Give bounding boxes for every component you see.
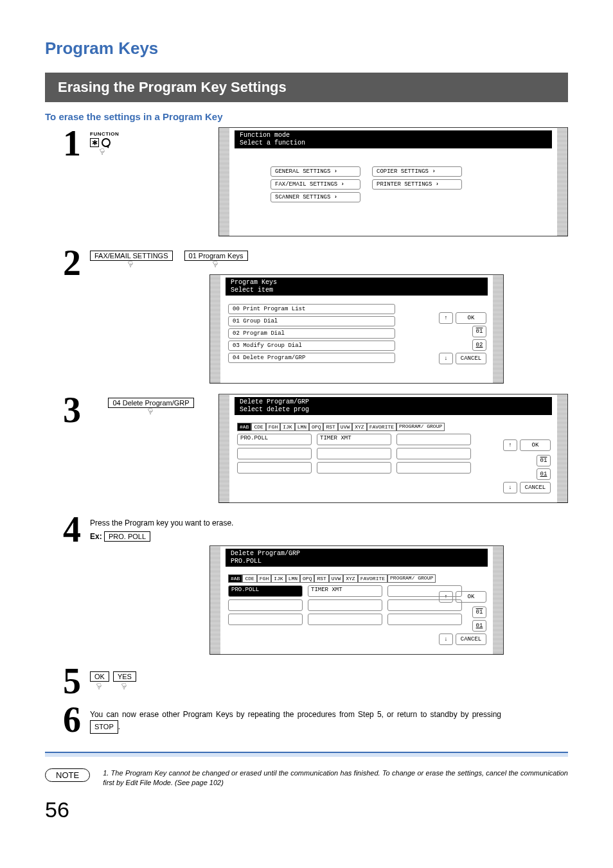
step-number-2: 2 <box>45 247 90 279</box>
program-slot-empty[interactable] <box>228 614 303 625</box>
scroll-controls: ↑ OK 01 01 ↓ CANCEL <box>503 439 551 495</box>
tab-favorite[interactable]: FAVORITE <box>358 574 387 583</box>
tab-cde[interactable]: CDE <box>242 574 256 583</box>
step-number-5: 5 <box>45 665 90 697</box>
tab-fgh[interactable]: FGH <box>257 574 271 583</box>
example-prefix: Ex: <box>90 532 102 541</box>
printer-settings-button[interactable]: PRINTER SETTINGS <box>372 179 462 190</box>
page-number: 56 <box>45 797 568 822</box>
tab-lmn[interactable]: LMN <box>295 423 309 431</box>
note-label: NOTE <box>45 768 90 782</box>
step-number-4: 4 <box>45 513 90 545</box>
program-slot-pro-poll[interactable]: PRO.POLL <box>237 434 312 445</box>
list-item[interactable]: 04 Delete Program/GRP <box>228 353 395 363</box>
list-item[interactable]: 01 Group Dial <box>228 316 395 326</box>
page-indicator: 01 <box>537 468 551 480</box>
ok-button[interactable]: OK <box>520 439 551 451</box>
program-slot-empty[interactable] <box>237 448 312 459</box>
alpha-tab-row: #AB CDE FGH IJK LMN OPQ RST UVW XYZ FAVO… <box>237 423 549 431</box>
tab-rst[interactable]: RST <box>314 574 328 583</box>
lcd-title: Delete Program/GRP Select delete prog <box>235 397 552 415</box>
sub-heading: To erase the settings in a Program Key <box>45 111 568 122</box>
scroll-down-icon[interactable]: ↓ <box>439 633 453 645</box>
tab-program-group[interactable]: PROGRAM/ GROUP <box>387 574 436 583</box>
press-finger-icon: ☟ <box>121 681 129 692</box>
list-item[interactable]: 03 Modify Group Dial <box>228 341 395 351</box>
cancel-button[interactable]: CANCEL <box>456 633 486 645</box>
step-3-row: 3 04 Delete Program/GRP ☟ Delete Program… <box>45 394 568 507</box>
step6-text-b: . <box>118 722 120 731</box>
step-5-row: 5 OK ☟ YES ☟ <box>45 665 568 697</box>
tab-program-group[interactable]: PROGRAM/ GROUP <box>396 423 445 431</box>
program-slot-timer-xmt[interactable]: TIMER XMT <box>317 434 391 445</box>
scroll-controls: ↑ OK 01 02 ↓ CANCEL <box>439 312 486 364</box>
ok-label: OK <box>90 671 109 682</box>
lcd-delete-program-selected: Delete Program/GRP PRO.POLL #AB CDE FGH … <box>209 545 504 655</box>
tab-uvw[interactable]: UVW <box>338 423 352 431</box>
copier-settings-button[interactable]: COPIER SETTINGS <box>372 166 462 177</box>
step-6-row: 6 You can now erase other Program Keys b… <box>45 704 568 736</box>
tab-xyz[interactable]: XYZ <box>343 574 357 583</box>
tab-fgh[interactable]: FGH <box>266 423 280 431</box>
step-number-6: 6 <box>45 704 90 736</box>
speech-bubble-icon <box>102 138 111 147</box>
program-slot-empty[interactable] <box>317 448 391 459</box>
tab-favorite[interactable]: FAVORITE <box>367 423 396 431</box>
note-text: 1. The Program Key cannot be changed or … <box>103 768 568 788</box>
press-finger-icon: ☟ <box>99 146 107 157</box>
tab-ab[interactable]: #AB <box>228 574 242 583</box>
scroll-up-icon[interactable]: ↑ <box>439 591 453 603</box>
step-4-row: 4 Press the Program key you want to eras… <box>45 513 568 659</box>
list-item[interactable]: 00 Print Program List <box>228 304 395 314</box>
program-slot-empty[interactable] <box>228 599 303 611</box>
scroll-up-icon[interactable]: ↑ <box>503 439 517 451</box>
page-indicator: 01 <box>472 607 486 618</box>
press-finger-icon: ☟ <box>96 681 104 692</box>
program-slot-empty[interactable] <box>396 462 471 474</box>
lcd-title: Delete Program/GRP PRO.POLL <box>226 549 488 567</box>
program-slot-empty[interactable] <box>237 462 312 474</box>
program-slot-empty[interactable] <box>308 614 382 625</box>
section-heading: Erasing the Program Key Settings <box>45 73 568 102</box>
step-number-3: 3 <box>45 394 90 426</box>
lcd-program-keys: Program Keys Select item 00 Print Progra… <box>209 274 504 384</box>
tab-uvw[interactable]: UVW <box>329 574 343 583</box>
scroll-controls: ↑ OK 01 01 ↓ CANCEL <box>439 591 486 647</box>
program-slot-empty[interactable] <box>396 448 471 459</box>
cancel-button[interactable]: CANCEL <box>456 353 486 364</box>
scanner-settings-button[interactable]: SCANNER SETTINGS <box>271 192 360 202</box>
alpha-tab-row: #AB CDE FGH IJK LMN OPQ RST UVW XYZ FAVO… <box>228 574 485 583</box>
program-slot-timer-xmt[interactable]: TIMER XMT <box>308 585 382 597</box>
tab-rst[interactable]: RST <box>323 423 337 431</box>
program-slot-empty[interactable] <box>317 462 391 474</box>
lcd-title: Function mode Select a function <box>235 130 552 148</box>
tab-opq[interactable]: OPQ <box>309 423 323 431</box>
tab-ijk[interactable]: IJK <box>271 574 285 583</box>
step6-text-a: You can now erase other Program Keys by … <box>90 710 501 719</box>
scroll-down-icon[interactable]: ↓ <box>503 482 517 493</box>
tab-lmn[interactable]: LMN <box>286 574 300 583</box>
pro-poll-label: PRO. POLL <box>104 531 150 542</box>
page-indicator: 02 <box>472 339 486 351</box>
cancel-button[interactable]: CANCEL <box>520 482 551 493</box>
tab-xyz[interactable]: XYZ <box>352 423 366 431</box>
list-item[interactable]: 02 Program Dial <box>228 328 395 339</box>
stop-label: STOP <box>90 720 118 734</box>
tab-opq[interactable]: OPQ <box>300 574 314 583</box>
tab-ab[interactable]: #AB <box>237 423 251 431</box>
tab-ijk[interactable]: IJK <box>280 423 294 431</box>
scroll-up-icon[interactable]: ↑ <box>439 312 453 324</box>
fax-email-settings-button[interactable]: FAX/EMAIL SETTINGS <box>271 179 360 190</box>
general-settings-button[interactable]: GENERAL SETTINGS <box>271 166 360 177</box>
program-slot-empty[interactable] <box>396 434 471 445</box>
tab-cde[interactable]: CDE <box>251 423 265 431</box>
program-slot-empty[interactable] <box>308 599 382 611</box>
ok-button[interactable]: OK <box>456 312 486 324</box>
step-number-1: 1 <box>45 127 90 159</box>
program-slot-pro-poll-selected[interactable]: PRO.POLL <box>228 585 303 597</box>
page-indicator: 01 <box>472 326 486 337</box>
step-1-row: 1 FUNCTION ✱ ☟ Function mode Select a fu… <box>45 127 568 240</box>
scroll-down-icon[interactable]: ↓ <box>439 353 453 364</box>
ok-button[interactable]: OK <box>456 591 486 603</box>
divider <box>45 752 568 757</box>
